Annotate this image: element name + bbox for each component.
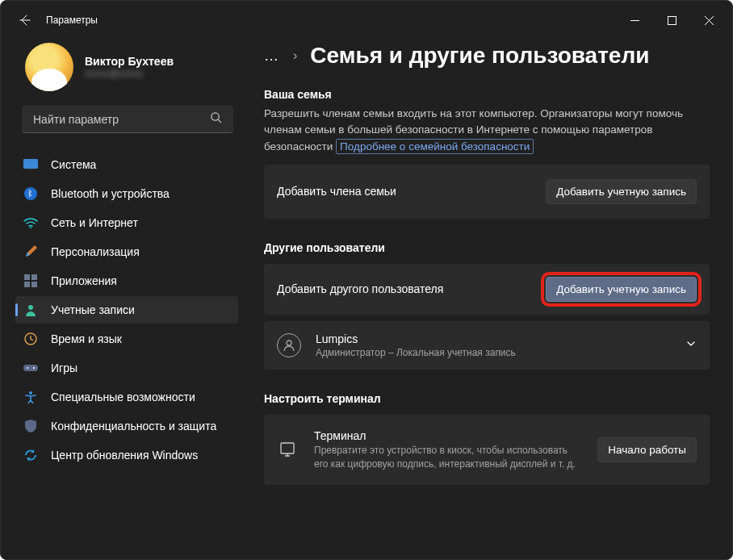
nav-label: Специальные возможности	[51, 391, 195, 403]
window-title: Параметры	[46, 15, 98, 26]
clock-icon	[23, 332, 38, 346]
add-family-label: Добавить члена семьи	[277, 185, 533, 198]
breadcrumb: … › Семья и другие пользователи	[264, 40, 710, 69]
terminal-title: Терминал	[314, 429, 581, 442]
terminal-card: Терминал Превратите это устройство в кио…	[264, 415, 710, 486]
nav-label: Конфиденциальность и защита	[51, 420, 216, 433]
nav-label: Игры	[51, 361, 77, 374]
svg-point-14	[33, 367, 35, 369]
gamepad-icon	[23, 361, 38, 375]
page-title: Семья и другие пользователи	[310, 43, 649, 69]
nav-apps[interactable]: Приложения	[15, 267, 238, 295]
svg-point-4	[24, 187, 37, 200]
svg-point-15	[29, 391, 32, 395]
search-input[interactable]	[33, 113, 210, 126]
nav-label: Время и язык	[51, 332, 122, 345]
chevron-down-icon	[685, 338, 697, 353]
bluetooth-icon	[23, 186, 38, 201]
nav-list: Система Bluetooth и устройства Сеть и Ин…	[1, 151, 246, 469]
svg-rect-17	[281, 443, 294, 453]
main-panel: … › Семья и другие пользователи Ваша сем…	[249, 40, 732, 559]
nav-label: Центр обновления Windows	[51, 449, 198, 462]
nav-games[interactable]: Игры	[15, 354, 238, 382]
sidebar: Виктор Бухтеев xxxxx@xxxxx Система	[1, 40, 249, 559]
svg-rect-2	[23, 159, 38, 169]
nav-update[interactable]: Центр обновления Windows	[15, 441, 238, 469]
family-heading: Ваша семья	[264, 88, 710, 101]
highlight-box: Добавить учетную запись	[541, 272, 702, 307]
accessibility-icon	[23, 390, 38, 404]
terminal-heading: Настроить терминал	[264, 392, 710, 405]
add-other-user-button[interactable]: Добавить учетную запись	[546, 277, 697, 302]
other-user-row[interactable]: Lumpics Администратор – Локальная учетна…	[264, 321, 710, 370]
nav-privacy[interactable]: Конфиденциальность и защита	[15, 412, 238, 440]
brush-icon	[23, 244, 38, 259]
nav-label: Bluetooth и устройства	[51, 187, 170, 200]
svg-point-13	[27, 367, 28, 369]
svg-rect-6	[24, 274, 30, 280]
svg-point-1	[212, 113, 219, 120]
titlebar: Параметры	[1, 1, 732, 40]
profile-name: Виктор Бухтеев	[85, 55, 174, 68]
other-user-name: Lumpics	[316, 332, 671, 345]
others-heading: Другие пользователи	[264, 241, 710, 254]
svg-rect-12	[23, 365, 38, 371]
settings-window: Параметры Виктор Бухтеев xxxxx@xxxxx	[0, 0, 733, 560]
other-user-role: Администратор – Локальная учетная запись	[316, 347, 671, 358]
nav-accessibility[interactable]: Специальные возможности	[15, 383, 238, 411]
breadcrumb-ellipsis[interactable]: …	[264, 48, 280, 65]
terminal-desc: Превратите это устройство в киоск, чтобы…	[314, 444, 581, 471]
add-family-card: Добавить члена семьи Добавить учетную за…	[264, 165, 710, 219]
monitor-icon	[23, 157, 38, 172]
svg-rect-3	[27, 169, 34, 170]
family-safety-link[interactable]: Подробнее о семейной безопасности	[336, 139, 534, 154]
nav-label: Приложения	[51, 274, 117, 287]
nav-accounts[interactable]: Учетные записи	[15, 296, 238, 324]
chevron-right-icon: ›	[293, 48, 297, 63]
svg-rect-9	[31, 282, 37, 287]
wifi-icon	[23, 215, 38, 230]
nav-label: Персонализация	[51, 245, 140, 258]
kiosk-icon	[277, 440, 298, 461]
shield-icon	[23, 419, 38, 433]
minimize-button[interactable]	[616, 4, 653, 36]
person-icon	[23, 303, 38, 317]
apps-icon	[23, 274, 38, 288]
svg-point-5	[30, 227, 31, 228]
update-icon	[23, 448, 38, 462]
nav-system[interactable]: Система	[15, 151, 238, 178]
nav-bluetooth[interactable]: Bluetooth и устройства	[15, 180, 238, 207]
nav-label: Система	[51, 158, 96, 171]
profile-email: xxxxx@xxxxx	[85, 68, 174, 79]
user-icon	[277, 333, 301, 357]
family-description: Разрешить членам семьи входить на этот к…	[264, 106, 710, 155]
nav-label: Учетные записи	[51, 303, 135, 316]
search-box[interactable]	[22, 106, 233, 133]
search-icon	[210, 111, 222, 127]
nav-network[interactable]: Сеть и Интернет	[15, 209, 238, 236]
add-family-button[interactable]: Добавить учетную запись	[546, 179, 697, 204]
svg-rect-7	[31, 274, 37, 280]
add-other-user-label: Добавить другого пользователя	[277, 282, 528, 295]
nav-personalization[interactable]: Персонализация	[15, 238, 238, 265]
svg-point-10	[28, 305, 33, 310]
add-other-user-card: Добавить другого пользователя Добавить у…	[264, 264, 710, 315]
svg-point-16	[287, 341, 291, 345]
back-button[interactable]	[19, 14, 31, 27]
avatar	[25, 43, 73, 91]
nav-label: Сеть и Интернет	[51, 216, 138, 229]
terminal-start-button[interactable]: Начало работы	[597, 437, 697, 462]
profile-block[interactable]: Виктор Бухтеев xxxxx@xxxxx	[1, 40, 246, 106]
svg-rect-8	[24, 282, 30, 287]
close-button[interactable]	[690, 4, 727, 36]
maximize-button[interactable]	[653, 4, 690, 36]
svg-rect-0	[668, 16, 676, 24]
nav-time[interactable]: Время и язык	[15, 325, 238, 353]
